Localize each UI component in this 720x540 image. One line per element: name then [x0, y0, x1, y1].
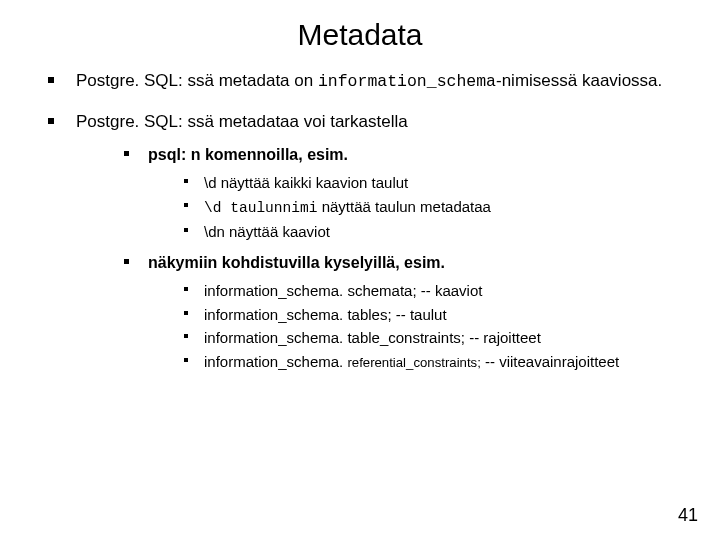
bullet-1-prefix: Postgre. SQL: ssä metadata on	[76, 71, 318, 90]
view-schemata: information_schema. schemata; -- kaaviot	[184, 280, 680, 302]
view-ref-suffix: -- viiteavainrajoitteet	[481, 353, 619, 370]
bullet-1-code: information_schema	[318, 72, 496, 91]
psql-cmd-d-table: \d taulunnimi näyttää taulun metadataa	[184, 196, 680, 219]
psql-cmd-d-table-suffix: näyttää taulun metadataa	[317, 198, 490, 215]
psql-cmd-dn: \dn näyttää kaaviot	[184, 221, 680, 243]
slide-title: Metadata	[0, 0, 720, 70]
bullet-list-level2: psql: n komennoilla, esim. \d näyttää ka…	[124, 144, 680, 373]
view-ref-small: referential_constraints;	[347, 355, 480, 370]
view-table-constraints: information_schema. table_constraints; -…	[184, 327, 680, 349]
bullet-item-1: Postgre. SQL: ssä metadata on informatio…	[48, 70, 680, 93]
bullet-item-2: Postgre. SQL: ssä metadataa voi tarkaste…	[48, 111, 680, 373]
page-number: 41	[678, 505, 698, 526]
sub-item-psql: psql: n komennoilla, esim. \d näyttää ka…	[124, 144, 680, 242]
psql-cmd-d-table-code: \d taulunnimi	[204, 200, 317, 216]
bullet-list-level3-views: information_schema. schemata; -- kaaviot…	[184, 280, 680, 373]
slide: Metadata Postgre. SQL: ssä metadata on i…	[0, 0, 720, 540]
psql-cmd-d: \d näyttää kaikki kaavion taulut	[184, 172, 680, 194]
view-tables: information_schema. tables; -- taulut	[184, 304, 680, 326]
sub-item-views: näkymiin kohdistuvilla kyselyillä, esim.…	[124, 252, 680, 373]
bullet-1-suffix: -nimisessä kaaviossa.	[496, 71, 662, 90]
view-ref-prefix: information_schema.	[204, 353, 347, 370]
bullet-list-level1: Postgre. SQL: ssä metadata on informatio…	[48, 70, 680, 373]
bullet-list-level3-psql: \d näyttää kaikki kaavion taulut \d taul…	[184, 172, 680, 243]
view-referential-constraints: information_schema. referential_constrai…	[184, 351, 680, 373]
sub-item-psql-text: psql: n komennoilla, esim.	[148, 146, 348, 163]
bullet-2-text: Postgre. SQL: ssä metadataa voi tarkaste…	[76, 112, 408, 131]
sub-item-views-text: näkymiin kohdistuvilla kyselyillä, esim.	[148, 254, 445, 271]
